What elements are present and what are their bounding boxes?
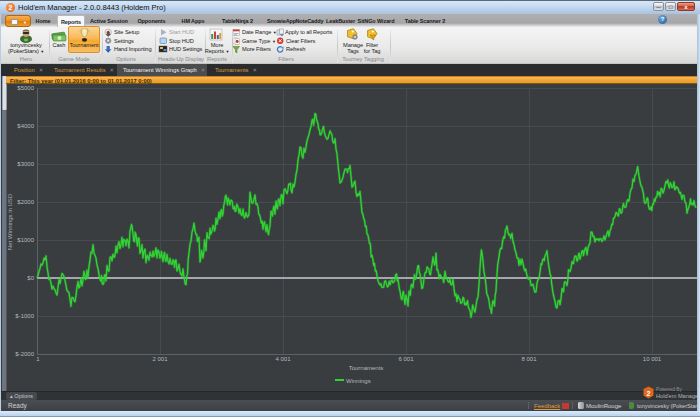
svg-text:$-1000: $-1000 [15, 313, 34, 319]
svg-text:6 001: 6 001 [398, 356, 414, 362]
svg-text:$1000: $1000 [17, 237, 34, 243]
svg-text:Tournaments: Tournaments [349, 365, 384, 371]
svg-text:10 001: 10 001 [643, 356, 662, 362]
svg-text:2 001: 2 001 [152, 356, 168, 362]
svg-text:4 001: 4 001 [275, 356, 291, 362]
svg-text:1: 1 [36, 356, 40, 362]
svg-text:$3000: $3000 [17, 161, 34, 167]
svg-text:$5000: $5000 [17, 85, 34, 91]
svg-text:Net Winnings in USD: Net Winnings in USD [7, 193, 13, 250]
svg-text:8 001: 8 001 [521, 356, 537, 362]
svg-text:$0: $0 [27, 275, 34, 281]
svg-text:$-2000: $-2000 [15, 351, 34, 357]
svg-text:Winnings: Winnings [346, 378, 371, 384]
svg-text:Hold'em Manager: Hold'em Manager [656, 393, 700, 399]
svg-text:$4000: $4000 [17, 123, 34, 129]
svg-text:$2000: $2000 [17, 199, 34, 205]
